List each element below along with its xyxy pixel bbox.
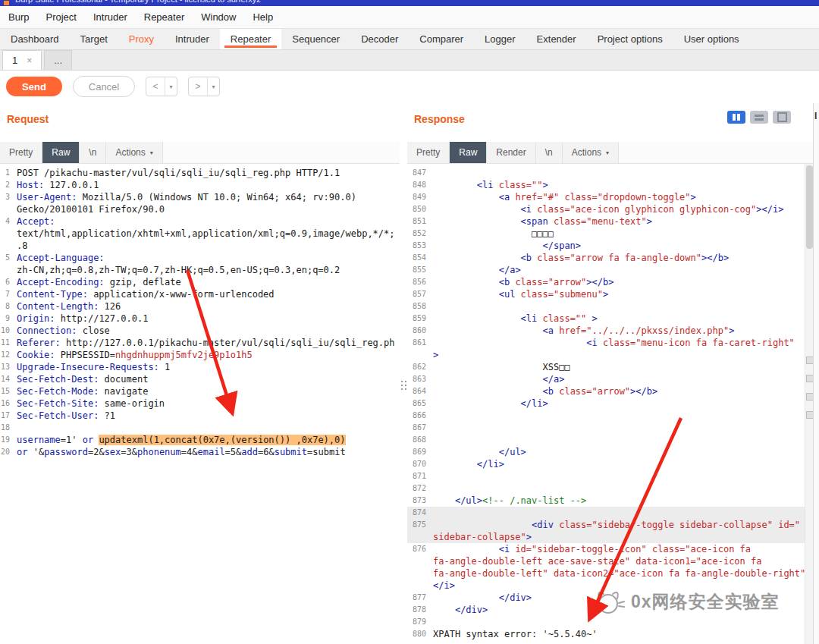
tab-project-options[interactable]: Project options (587, 29, 673, 49)
view-side-by-side-button[interactable] (727, 111, 745, 124)
response-tab-n[interactable]: \n (536, 142, 563, 163)
tab-target[interactable]: Target (70, 29, 118, 49)
code-text (429, 410, 433, 422)
code-line: 855 </a> (407, 264, 805, 276)
code-text: Referer: http://127.0.0.1/pikachu-master… (13, 337, 395, 349)
burp-suite-window: Burp Suite Professional - Temporary Proj… (0, 0, 819, 644)
request-tab-pretty[interactable]: Pretty (0, 142, 42, 163)
response-tab-actions[interactable]: Actions▾ (563, 142, 619, 163)
code-line: 859 <li class="" > (407, 313, 805, 325)
tab-logger[interactable]: Logger (474, 29, 526, 49)
code-text: </div> (429, 604, 488, 616)
request-code[interactable]: 1POST /pikachu-master/vul/sqli/sqli_iu/s… (0, 164, 400, 644)
repeater-tab-label: 1 (12, 55, 17, 66)
response-tab-pretty[interactable]: Pretty (407, 142, 450, 163)
line-number: 875 (407, 519, 429, 531)
code-text: Sec-Fetch-Site: same-origin (13, 397, 165, 410)
code-text: or '&password=2&sex=3&phonenum=4&email=5… (13, 446, 346, 458)
line-number: 8 (0, 300, 13, 313)
menu-burp[interactable]: Burp (0, 8, 37, 27)
code-line: 13Upgrade-Insecure-Requests: 1 (0, 361, 400, 373)
request-title: Request (7, 113, 49, 125)
tab-intruder[interactable]: Intruder (165, 29, 220, 49)
line-number: 854 (407, 252, 429, 264)
tab-user-options[interactable]: User options (673, 29, 750, 49)
view-top-bottom-button[interactable] (750, 111, 768, 124)
history-forward-button[interactable]: > ▾ (188, 77, 220, 96)
line-number: 18 (0, 422, 13, 434)
history-back-button[interactable]: < ▾ (146, 77, 177, 96)
close-tab-icon[interactable]: × (27, 55, 32, 66)
repeater-tab-label: ... (54, 55, 62, 66)
response-tab-raw[interactable]: Raw (450, 142, 487, 163)
code-line: 875 <div class="sidebar-toggle sidebar-c… (407, 519, 805, 531)
tab-dashboard[interactable]: Dashboard (0, 29, 70, 49)
line-number (407, 349, 429, 361)
cancel-button[interactable]: Cancel (73, 76, 135, 97)
code-line: 851 <span class="menu-text"> (407, 215, 805, 228)
request-panel: Request PrettyRaw\nActions▾ 1POST /pikac… (0, 103, 400, 644)
line-number (407, 555, 429, 567)
line-number: 11 (0, 337, 13, 349)
menu-repeater[interactable]: Repeater (136, 8, 193, 27)
code-line: 848 <li class=""> (407, 179, 805, 191)
tab-sequencer[interactable]: Sequencer (281, 29, 350, 49)
response-panel: Response PrettyRawRender\nActions▾ 84784… (407, 103, 814, 644)
response-tab-render[interactable]: Render (487, 142, 535, 163)
send-button[interactable]: Send (6, 77, 62, 96)
view-layout-buttons (727, 111, 791, 124)
request-tab-label: \n (89, 147, 96, 158)
code-text: .8 (13, 240, 27, 252)
menu-project[interactable]: Project (37, 8, 84, 27)
line-number: 859 (407, 313, 429, 325)
line-number: 852 (407, 228, 429, 240)
code-text: </ul><!-- /.nav-list --> (429, 495, 586, 507)
code-line: Gecko/20100101 Firefox/90.0 (0, 203, 400, 215)
tab-repeater[interactable]: Repeater (220, 29, 281, 49)
chevron-down-icon[interactable]: ▾ (208, 77, 219, 96)
line-number (407, 531, 429, 543)
line-number: 871 (407, 470, 429, 482)
code-line: 866 (407, 410, 805, 422)
response-tab-label: \n (545, 147, 553, 158)
request-tab-actions[interactable]: Actions▾ (106, 142, 162, 163)
line-number: 869 (407, 446, 429, 458)
panel-splitter[interactable] (400, 103, 407, 644)
code-text: □□□□ (429, 228, 554, 240)
line-number: 1 (0, 167, 13, 179)
code-text: Content-Length: 126 (13, 300, 121, 313)
line-number: 879 (407, 616, 429, 628)
response-code[interactable]: 847848 <li class="">849 <a href="#" clas… (407, 164, 805, 644)
back-arrow-icon[interactable]: < (146, 77, 165, 96)
chevron-down-icon[interactable]: ▾ (165, 77, 177, 96)
inspector-panel[interactable]: I (813, 103, 819, 644)
tab-proxy[interactable]: Proxy (118, 29, 165, 49)
code-line: 847 (407, 167, 805, 179)
menu-help[interactable]: Help (244, 8, 281, 27)
code-text: </a> (429, 264, 521, 276)
line-number: 847 (407, 167, 429, 179)
code-text: <li class="" > (429, 313, 598, 325)
code-line: 850 <i class="ace-icon glyphicon glyphic… (407, 203, 805, 215)
tab-decoder[interactable]: Decoder (350, 29, 409, 49)
scrollbar-thumb[interactable] (806, 165, 813, 249)
request-tab-n[interactable]: \n (80, 142, 106, 163)
code-line: 7Content-Type: application/x-www-form-ur… (0, 288, 400, 300)
line-number: 6 (0, 276, 13, 288)
line-number (0, 228, 13, 240)
tab-extender[interactable]: Extender (526, 29, 587, 49)
menu-intruder[interactable]: Intruder (85, 8, 136, 27)
code-line: .8 (0, 240, 400, 252)
menu-window[interactable]: Window (193, 8, 244, 27)
request-tab-raw[interactable]: Raw (42, 142, 80, 163)
line-number (0, 240, 13, 252)
splitter-handle-icon[interactable] (401, 381, 406, 390)
forward-arrow-icon[interactable]: > (189, 77, 208, 96)
repeater-tab-more[interactable]: ... (44, 50, 72, 70)
repeater-tab-1[interactable]: 1× (2, 50, 42, 70)
view-tabs-button[interactable] (773, 111, 791, 124)
code-text: <i id="sidebar-toggle-icon" class="ace-i… (429, 543, 751, 555)
code-text: Accept-Language: (13, 252, 105, 264)
line-number: 865 (407, 397, 429, 410)
tab-comparer[interactable]: Comparer (409, 29, 474, 49)
